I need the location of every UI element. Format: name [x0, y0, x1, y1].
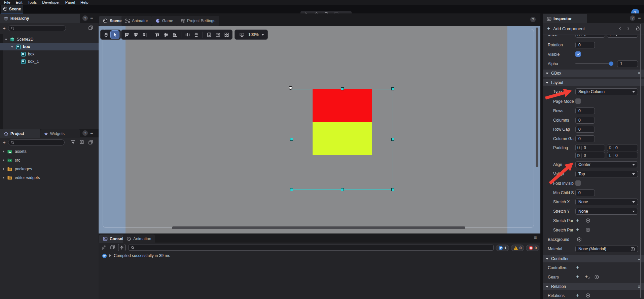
- hierarchy-add-button[interactable]: +: [3, 26, 6, 31]
- collapsed-caret-icon[interactable]: [3, 159, 4, 162]
- stretch-x-dropdown[interactable]: None: [575, 199, 638, 205]
- filter-icon[interactable]: [71, 140, 75, 144]
- menu-help[interactable]: Help: [78, 0, 91, 5]
- menu-file[interactable]: File: [1, 0, 13, 5]
- hierarchy-menu-button[interactable]: ≡: [90, 15, 93, 20]
- align-center-horizontal-icon[interactable]: [132, 31, 140, 39]
- project-node-packages[interactable]: packages: [0, 165, 99, 173]
- align-right-icon[interactable]: [140, 31, 149, 39]
- columns-view-icon[interactable]: [79, 140, 84, 144]
- align-left-icon[interactable]: [123, 31, 131, 39]
- alpha-input[interactable]: 1: [617, 60, 638, 67]
- section-gbox[interactable]: GBox ≡: [543, 70, 644, 77]
- project-tab[interactable]: Project: [0, 129, 40, 138]
- tree-node-scene2d[interactable]: Scene2D: [0, 36, 99, 43]
- collapsed-caret-icon[interactable]: [3, 176, 4, 179]
- hexagon-target-icon[interactable]: [577, 237, 582, 242]
- collapsed-caret-icon[interactable]: [3, 168, 4, 170]
- align-bottom-icon[interactable]: [171, 31, 179, 39]
- tab-animator[interactable]: Animator: [121, 16, 152, 26]
- error-count-badge[interactable]: 0: [526, 245, 539, 251]
- console-search-input[interactable]: [128, 245, 494, 251]
- tree-node-box-selected[interactable]: box: [0, 43, 99, 50]
- tab-project-settings[interactable]: Project Settings: [177, 16, 219, 26]
- project-node-editor-widgets[interactable]: editor-widgets: [0, 173, 99, 182]
- widgets-tab[interactable]: ★ Widgets: [40, 129, 80, 138]
- section-relation[interactable]: Relation ≡: [543, 283, 644, 290]
- vertical-scrollbar[interactable]: [536, 28, 538, 167]
- hierarchy-help-button[interactable]: ?: [82, 15, 88, 21]
- info-count-badge[interactable]: 1: [496, 245, 509, 251]
- project-node-src[interactable]: src: [0, 156, 99, 165]
- min-child-input[interactable]: 0: [575, 189, 595, 196]
- add-relation-button[interactable]: +: [576, 293, 579, 298]
- hierarchy-search-input[interactable]: [8, 25, 66, 31]
- rotation-input[interactable]: 0: [575, 42, 595, 48]
- menu-edit[interactable]: Edit: [13, 0, 25, 5]
- hand-tool-button[interactable]: [102, 31, 110, 39]
- collapsed-caret-icon[interactable]: [3, 150, 4, 153]
- tab-game[interactable]: Game: [152, 16, 177, 26]
- align-top-icon[interactable]: [153, 31, 162, 39]
- stretch-par-add-button[interactable]: +: [576, 218, 579, 223]
- log-expand-caret[interactable]: [109, 254, 111, 257]
- padding-down-field[interactable]: D 0: [575, 152, 605, 159]
- resize-handle-left[interactable]: [290, 138, 293, 141]
- alpha-slider-track[interactable]: [575, 63, 613, 64]
- resize-handle-top-right[interactable]: [391, 87, 394, 90]
- clear-console-icon[interactable]: [101, 245, 107, 250]
- yellow-box-object[interactable]: [313, 122, 372, 155]
- add-gear-button[interactable]: +: [576, 274, 579, 279]
- display-scale-icon[interactable]: [238, 31, 246, 39]
- menu-panel[interactable]: Panel: [63, 0, 78, 5]
- inspector-scrollbar[interactable]: [640, 24, 641, 298]
- inspector-tab[interactable]: Inspector: [543, 14, 587, 23]
- align-dropdown[interactable]: Center: [575, 161, 638, 168]
- project-search-input[interactable]: [8, 139, 65, 145]
- tab-animation[interactable]: Animation: [123, 234, 155, 243]
- distribute-vertical-icon[interactable]: [192, 31, 201, 39]
- tree-node-box-child[interactable]: box: [0, 50, 99, 58]
- page-mode-checkbox[interactable]: [575, 98, 581, 104]
- skew-x-field[interactable]: X 0: [575, 35, 605, 38]
- expand-caret-icon[interactable]: [11, 46, 13, 48]
- collapse-log-icon[interactable]: [118, 244, 126, 251]
- align-middle-vertical-icon[interactable]: [162, 31, 170, 39]
- expand-caret-icon[interactable]: [5, 39, 7, 40]
- project-menu-button[interactable]: ≡: [90, 130, 93, 135]
- resize-handle-right[interactable]: [391, 138, 394, 141]
- material-object-field[interactable]: None (Material): [575, 246, 638, 252]
- stretch-y-dropdown[interactable]: None: [575, 208, 638, 215]
- zoom-level-value[interactable]: 100%: [248, 32, 259, 37]
- zoom-dropdown-caret[interactable]: [261, 34, 264, 36]
- select-tool-button[interactable]: [111, 31, 119, 39]
- history-forward-icon[interactable]: [626, 26, 631, 31]
- padding-up-field[interactable]: U 0: [575, 144, 605, 151]
- project-help-button[interactable]: ?: [82, 130, 88, 136]
- history-back-icon[interactable]: [618, 26, 622, 31]
- horizontal-scrollbar[interactable]: [172, 226, 465, 229]
- fit-height-icon[interactable]: [205, 31, 213, 39]
- hexagon-target-icon[interactable]: [585, 293, 591, 298]
- skew-y-field[interactable]: Y 0: [607, 35, 638, 38]
- hierarchy-collapse-all-icon[interactable]: [88, 25, 93, 30]
- console-log-row[interactable]: Compiled successfully in 39 ms: [102, 252, 170, 259]
- tree-node-box1-child[interactable]: box_1: [0, 58, 99, 65]
- type-dropdown[interactable]: Single Column: [575, 88, 638, 95]
- row-gap-input[interactable]: 0: [575, 126, 595, 133]
- resize-handle-top[interactable]: [341, 87, 344, 90]
- warning-count-badge[interactable]: 0: [511, 245, 524, 251]
- distribute-horizontal-icon[interactable]: [183, 31, 192, 39]
- grid-view-icon[interactable]: [222, 31, 231, 39]
- stretch-par-add-button[interactable]: +: [576, 227, 579, 232]
- padding-left-field[interactable]: L 0: [607, 152, 638, 159]
- scene-canvas[interactable]: 100%: [99, 26, 540, 233]
- hexagon-target-icon[interactable]: [585, 227, 591, 232]
- valign-dropdown[interactable]: Top: [575, 171, 638, 177]
- menu-developer[interactable]: Developer: [39, 0, 62, 5]
- add-controller-button[interactable]: +: [576, 265, 579, 270]
- section-layout[interactable]: Layout: [543, 79, 644, 86]
- project-node-assets[interactable]: assets: [0, 147, 99, 156]
- fold-invisible-checkbox[interactable]: [575, 180, 581, 186]
- fit-width-icon[interactable]: [214, 31, 222, 39]
